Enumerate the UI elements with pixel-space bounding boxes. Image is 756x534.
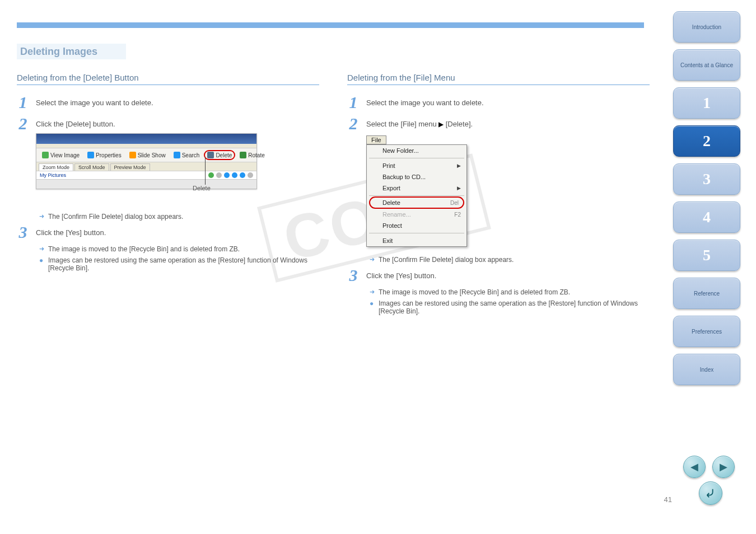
tabs-row: Zoom Mode Scroll Mode Preview Mode [36, 162, 256, 171]
properties-button[interactable]: Properties [84, 150, 125, 160]
side-nav: Introduction Contents at a Glance 1 2 3 … [673, 11, 740, 385]
nav-num: 1 [703, 94, 711, 112]
note-line: ●Images can be restored using the same o… [370, 299, 650, 315]
page-title: Deleting Images [17, 44, 126, 59]
fwd-icon[interactable] [216, 172, 222, 178]
nav-chapter-3[interactable]: 3 [673, 163, 740, 195]
rotate-button[interactable]: Rotate [236, 150, 268, 160]
step-text: Select the image you want to delete. [366, 93, 650, 107]
step-number: 2 [17, 114, 29, 133]
slideshow-button[interactable]: Slide Show [126, 150, 169, 160]
right-section-title: Deleting from the [File] Menu [347, 73, 650, 85]
nav-label: Introduction [692, 24, 721, 30]
nav-index[interactable]: Index [673, 354, 740, 385]
mi-label: Print [382, 162, 395, 169]
next-page-button[interactable]: ▶ [712, 456, 735, 478]
step-2-right: 2 Select the [File] menu ▶ [Delete]. [347, 114, 650, 133]
file-menu-screenshot: File New Folder... Print▶ Backup to CD..… [366, 135, 650, 247]
step-3-right: 3 Click the [Yes] button. [347, 266, 650, 285]
arrow-icon: ➜ [39, 213, 45, 220]
note-text: Images can be restored using the same op… [48, 256, 319, 272]
note-line: ●Images can be restored using the same o… [39, 256, 319, 272]
return-button[interactable] [699, 481, 722, 505]
search-button[interactable]: Search [170, 150, 203, 160]
result-line: ➜The [Confirm File Delete] dialog box ap… [370, 256, 650, 264]
prev-page-button[interactable]: ◀ [683, 456, 706, 478]
file-menu-button[interactable]: File [366, 135, 386, 144]
submenu-arrow-icon: ▶ [457, 185, 461, 191]
nav-num: 3 [703, 170, 711, 188]
window-titlebar [36, 134, 256, 144]
right-column: Deleting from the [File] Menu 1 Select t… [347, 73, 650, 316]
step-text: Click the [Yes] button. [36, 223, 319, 237]
select-icon[interactable] [248, 172, 253, 178]
up-icon[interactable] [224, 172, 230, 178]
path-row: My Pictures [36, 171, 256, 180]
mi-label: Exit [382, 237, 393, 244]
result-line: ➜The [Confirm File Delete] dialog box ap… [39, 213, 319, 221]
menu-print[interactable]: Print▶ [367, 160, 466, 171]
nav-label: Reference [694, 291, 720, 297]
nav-chapter-5[interactable]: 5 [673, 240, 740, 271]
result-line: ➜The image is moved to the [Recycle Bin]… [370, 288, 650, 296]
tab-zoom[interactable]: Zoom Mode [39, 163, 73, 171]
step-number: 3 [17, 223, 29, 242]
path-text: My Pictures [40, 172, 66, 178]
menu-export[interactable]: Export▶ [367, 182, 466, 194]
nav-introduction[interactable]: Introduction [673, 11, 740, 43]
nav-preferences[interactable]: Preferences [673, 316, 740, 347]
nav-label: Contents at a Glance [680, 62, 733, 68]
menu-new-folder[interactable]: New Folder... [367, 145, 466, 156]
mi-label: New Folder... [382, 147, 419, 154]
view-image-button[interactable]: View Image [39, 150, 83, 160]
step-1-left: 1 Select the image you want to delete. [17, 93, 319, 112]
bullet-icon: ● [39, 256, 45, 264]
nav-chapter-4[interactable]: 4 [673, 202, 740, 233]
btn-label: Properties [96, 152, 122, 158]
image-icon [42, 152, 49, 158]
mi-shortcut: Del [450, 200, 459, 206]
nav-chapter-1[interactable]: 1 [673, 87, 740, 119]
mi-label: Export [382, 185, 400, 191]
toolbar-row: View Image Properties Slide Show Search … [36, 148, 256, 162]
delete-button[interactable]: Delete [204, 150, 235, 160]
menu-protect[interactable]: Protect [367, 220, 466, 231]
mi-label: Protect [382, 222, 402, 229]
nav-num: 5 [703, 246, 711, 264]
menu-exit[interactable]: Exit [367, 235, 466, 246]
back-icon[interactable] [208, 172, 214, 178]
nav-pager: ◀ ▶ [683, 456, 735, 478]
menu-delete[interactable]: DeleteDel [370, 198, 463, 208]
nav-label: Index [700, 367, 713, 373]
tab-preview[interactable]: Preview Mode [110, 163, 150, 171]
nav-reference[interactable]: Reference [673, 278, 740, 309]
menu-separator [369, 195, 464, 196]
btn-label: Delete [216, 152, 232, 158]
window-menubar [36, 144, 256, 148]
trash-icon [207, 152, 214, 158]
top-accent-bar [17, 22, 644, 28]
step-text: Click the [Yes] button. [366, 266, 650, 280]
btn-label: Search [182, 152, 200, 158]
result-text: The image is moved to the [Recycle Bin] … [379, 288, 650, 296]
left-column: Deleting from the [Delete] Button 1 Sele… [17, 73, 319, 273]
step-number: 2 [347, 114, 360, 133]
nav-num: 4 [703, 208, 711, 226]
arrow-icon: ➜ [39, 245, 45, 252]
nav-contents[interactable]: Contents at a Glance [673, 49, 740, 81]
toolbar-screenshot: View Image Properties Slide Show Search … [36, 133, 257, 189]
note-text: Images can be restored using the same op… [379, 299, 650, 315]
page-number: 41 [664, 495, 672, 504]
mi-shortcut: F2 [454, 212, 461, 218]
btn-label: View Image [50, 152, 80, 158]
info-icon[interactable] [240, 172, 245, 178]
nav-chapter-2[interactable]: 2 [673, 125, 740, 157]
view-icon[interactable] [232, 172, 237, 178]
tab-scroll[interactable]: Scroll Mode [74, 163, 109, 171]
result-text: The image is moved to the [Recycle Bin] … [48, 245, 319, 253]
search-icon [174, 152, 180, 158]
step-text-a: Select the [File] menu [366, 120, 437, 128]
callout-line [205, 157, 206, 185]
step-text: Select the [File] menu ▶ [Delete]. [366, 114, 650, 128]
menu-backup[interactable]: Backup to CD... [367, 171, 466, 182]
